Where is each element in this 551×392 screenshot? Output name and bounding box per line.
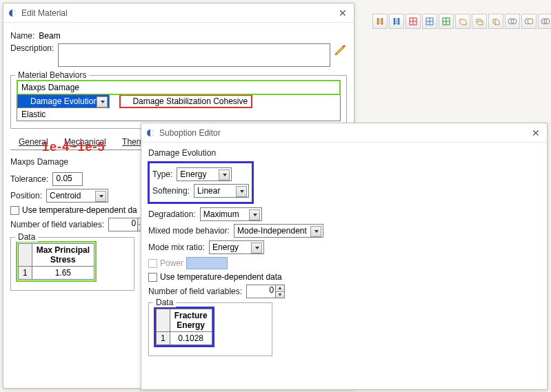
behavior-maxps-damage[interactable]: Maxps Damage bbox=[17, 81, 340, 94]
tool-icon-1[interactable] bbox=[372, 14, 388, 29]
maxps-data-table[interactable]: Max Principal Stress 11.65 bbox=[18, 243, 94, 280]
degradation-label: Degradation: bbox=[148, 209, 196, 219]
type-select[interactable]: Energy bbox=[177, 167, 232, 181]
use-temp-label-sub: Use temperature-dependent data bbox=[160, 272, 282, 282]
softening-label: Softening: bbox=[152, 186, 190, 196]
use-temp-checkbox-sub[interactable] bbox=[148, 273, 157, 282]
mixed-mode-select[interactable]: Mode-Independent bbox=[234, 224, 323, 238]
type-label: Type: bbox=[152, 169, 172, 179]
suboption-editor-window: Suboption Editor ✕ Damage Evolution Type… bbox=[141, 123, 548, 390]
power-label: Power bbox=[160, 258, 183, 268]
description-input[interactable] bbox=[58, 43, 330, 67]
tool-icon-3[interactable] bbox=[405, 14, 421, 29]
softening-value: Linear bbox=[197, 186, 220, 196]
name-label: Name: bbox=[10, 31, 34, 41]
max-principal-stress-value[interactable]: 1.65 bbox=[32, 267, 94, 280]
fracture-energy-value[interactable]: 0.1028 bbox=[170, 332, 212, 345]
tool-icon-8[interactable] bbox=[488, 14, 503, 29]
tolerance-label: Tolerance: bbox=[10, 174, 48, 184]
mixed-mode-value: Mode-Independent bbox=[237, 226, 307, 236]
tolerance-input[interactable]: 0.05 bbox=[52, 172, 83, 186]
tool-icon-9[interactable] bbox=[505, 14, 520, 29]
description-label: Description: bbox=[10, 43, 54, 53]
behavior-damage-evolution[interactable]: Damage Evolution bbox=[17, 94, 110, 108]
tool-icon-4[interactable] bbox=[422, 14, 437, 29]
degradation-select[interactable]: Maximum bbox=[200, 207, 262, 221]
data-title-sub: Data bbox=[153, 298, 176, 307]
num-field-vars-label: Number of field variables: bbox=[10, 220, 104, 229]
tool-icon-5[interactable] bbox=[439, 14, 454, 29]
use-temp-label: Use temperature-dependent da bbox=[22, 205, 137, 215]
edit-material-titlebar: Edit Material ✕ bbox=[3, 3, 354, 23]
mode-mix-ratio-select[interactable]: Energy bbox=[209, 240, 264, 254]
power-checkbox bbox=[148, 259, 157, 268]
mode-mix-ratio-value: Energy bbox=[212, 243, 239, 252]
app-icon bbox=[8, 8, 17, 18]
col-fracture-energy: Fracture Energy bbox=[170, 309, 212, 332]
behavior-elastic[interactable]: Elastic bbox=[17, 108, 340, 121]
behavior-damage-stabilization-cohesive[interactable]: Damage Stabilization Cohesive bbox=[120, 95, 252, 107]
close-icon[interactable]: ✕ bbox=[529, 127, 543, 138]
col-max-principal-stress: Max Principal Stress bbox=[32, 244, 94, 267]
app-icon bbox=[146, 128, 155, 138]
tool-icon-7[interactable] bbox=[472, 14, 487, 29]
edit-material-title: Edit Material bbox=[21, 8, 336, 18]
tool-icon-10[interactable] bbox=[521, 14, 537, 29]
edit-pencil-icon[interactable] bbox=[334, 43, 347, 58]
num-field-vars-value-sub[interactable]: 0 bbox=[246, 285, 275, 298]
suboption-titlebar: Suboption Editor ✕ bbox=[141, 123, 547, 143]
num-field-vars-spinner-sub[interactable]: 0 ▲▼ bbox=[246, 285, 285, 298]
background-toolbar bbox=[372, 14, 551, 29]
suboption-title: Suboption Editor bbox=[159, 128, 529, 138]
num-field-vars-value[interactable]: 0 bbox=[108, 218, 137, 231]
power-input bbox=[186, 257, 228, 269]
row-num: 1 bbox=[19, 267, 32, 280]
mode-mix-ratio-label: Mode mix ratio: bbox=[148, 243, 205, 252]
row-num-sub: 1 bbox=[157, 332, 170, 345]
svg-point-24 bbox=[528, 19, 533, 24]
material-behaviors-title: Material Behaviors bbox=[15, 70, 89, 80]
tool-icon-6[interactable] bbox=[455, 14, 470, 29]
close-icon[interactable]: ✕ bbox=[336, 8, 350, 19]
annotation-coefficient: 1e-4~1e-5 bbox=[42, 140, 106, 154]
damage-evolution-header: Damage Evolution bbox=[148, 148, 540, 158]
position-label: Position: bbox=[10, 191, 42, 200]
data-title: Data bbox=[15, 232, 38, 242]
degradation-value: Maximum bbox=[203, 209, 239, 219]
tool-icon-2[interactable] bbox=[389, 14, 404, 29]
material-behaviors-list[interactable]: Maxps Damage Damage Evolution Damage Sta… bbox=[17, 80, 341, 121]
use-temp-checkbox[interactable] bbox=[10, 206, 19, 215]
position-select[interactable]: Centroid bbox=[46, 189, 108, 203]
softening-select[interactable]: Linear bbox=[194, 184, 249, 198]
position-value: Centroid bbox=[50, 191, 81, 200]
type-value: Energy bbox=[180, 169, 206, 179]
fracture-energy-table[interactable]: Fracture Energy 10.1028 bbox=[156, 309, 212, 345]
tool-icon-11[interactable] bbox=[538, 14, 551, 29]
num-field-vars-label-sub: Number of field variables: bbox=[148, 287, 242, 296]
mixed-mode-label: Mixed mode behavior: bbox=[148, 226, 230, 236]
name-value: Beam bbox=[39, 31, 60, 41]
